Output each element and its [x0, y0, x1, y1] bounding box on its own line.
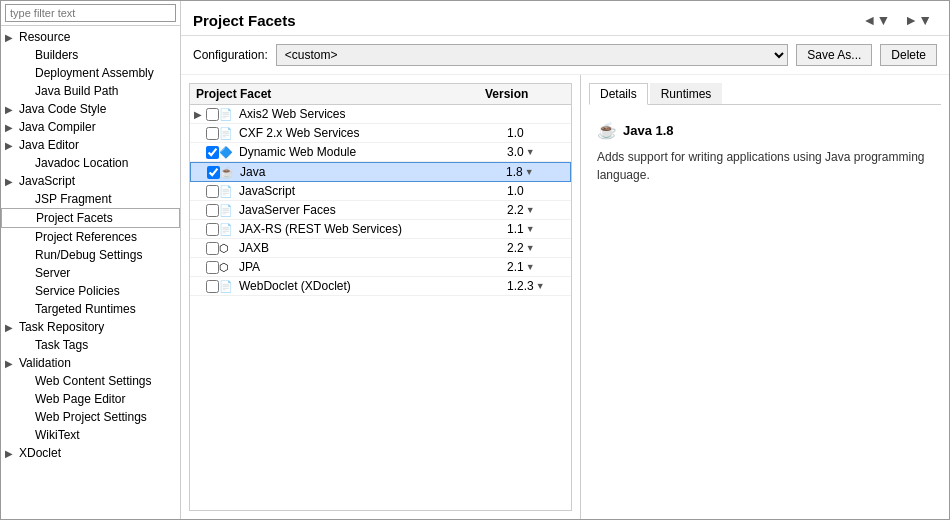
- filter-box: [1, 1, 180, 26]
- sidebar-item-task-repository[interactable]: ▶Task Repository: [1, 318, 180, 336]
- table-row[interactable]: ⬡JAXB2.2▼: [190, 239, 571, 258]
- facet-checkbox[interactable]: [206, 146, 219, 159]
- details-description: Adds support for writing applications us…: [597, 148, 933, 184]
- facet-name-label: JavaServer Faces: [239, 203, 507, 217]
- table-row[interactable]: ☕Java1.8▼: [190, 162, 571, 182]
- sidebar-item-java-build-path[interactable]: Java Build Path: [1, 82, 180, 100]
- facet-type-icon: 🔷: [219, 146, 235, 159]
- sidebar-item-label: Resource: [19, 30, 70, 44]
- facet-version[interactable]: 1.8▼: [506, 165, 566, 179]
- sidebar-item-java-compiler[interactable]: ▶Java Compiler: [1, 118, 180, 136]
- sidebar-item-project-references[interactable]: Project References: [1, 228, 180, 246]
- sidebar-item-wikitext[interactable]: WikiText: [1, 426, 180, 444]
- facet-version[interactable]: 2.2▼: [507, 241, 567, 255]
- sidebar-item-label: Server: [35, 266, 70, 280]
- facet-name-label: Axis2 Web Services: [239, 107, 507, 121]
- sidebar-item-builders[interactable]: Builders: [1, 46, 180, 64]
- sidebar-item-run/debug-settings[interactable]: Run/Debug Settings: [1, 246, 180, 264]
- expand-arrow-icon: ▶: [5, 176, 15, 187]
- sidebar-item-java-code-style[interactable]: ▶Java Code Style: [1, 100, 180, 118]
- facet-checkbox[interactable]: [206, 223, 219, 236]
- facet-version[interactable]: 1.2.3▼: [507, 279, 567, 293]
- expand-arrow-icon: ▶: [5, 104, 15, 115]
- sidebar-item-targeted-runtimes[interactable]: Targeted Runtimes: [1, 300, 180, 318]
- table-row[interactable]: 🔷Dynamic Web Module3.0▼: [190, 143, 571, 162]
- facet-type-icon: 📄: [219, 108, 235, 121]
- sidebar-item-service-policies[interactable]: Service Policies: [1, 282, 180, 300]
- main-content: Project Facets ◄▼ ►▼ Configuration: <cus…: [181, 1, 949, 519]
- expand-arrow-icon: ▶: [5, 322, 15, 333]
- facet-checkbox[interactable]: [206, 261, 219, 274]
- sidebar-item-label: WikiText: [35, 428, 80, 442]
- sidebar-item-label: Java Code Style: [19, 102, 106, 116]
- version-dropdown-arrow-icon[interactable]: ▼: [526, 147, 535, 157]
- facet-checkbox[interactable]: [206, 185, 219, 198]
- version-dropdown-arrow-icon[interactable]: ▼: [526, 262, 535, 272]
- expand-arrow-icon: ▶: [5, 358, 15, 369]
- facet-type-icon: 📄: [219, 185, 235, 198]
- facet-name-label: Java: [240, 165, 506, 179]
- facets-rows: ▶📄Axis2 Web Services📄CXF 2.x Web Service…: [190, 105, 571, 296]
- sidebar-item-label: JavaScript: [19, 174, 75, 188]
- version-dropdown-arrow-icon[interactable]: ▼: [525, 167, 534, 177]
- nav-forward-button[interactable]: ►▼: [899, 9, 937, 31]
- version-dropdown-arrow-icon[interactable]: ▼: [526, 205, 535, 215]
- details-panel: Details Runtimes ☕ Java 1.8 Adds support…: [581, 75, 949, 519]
- sidebar-item-xdoclet[interactable]: ▶XDoclet: [1, 444, 180, 462]
- facet-type-icon: ⬡: [219, 242, 235, 255]
- facet-checkbox[interactable]: [206, 280, 219, 293]
- config-select[interactable]: <custom>: [276, 44, 789, 66]
- nav-back-button[interactable]: ◄▼: [858, 9, 896, 31]
- expand-arrow-icon: ▶: [5, 448, 15, 459]
- sidebar-item-server[interactable]: Server: [1, 264, 180, 282]
- sidebar-item-web-page-editor[interactable]: Web Page Editor: [1, 390, 180, 408]
- delete-button[interactable]: Delete: [880, 44, 937, 66]
- tab-runtimes[interactable]: Runtimes: [650, 83, 723, 104]
- sidebar-item-label: Task Repository: [19, 320, 104, 334]
- version-dropdown-arrow-icon[interactable]: ▼: [526, 243, 535, 253]
- facet-checkbox[interactable]: [206, 108, 219, 121]
- facet-checkbox[interactable]: [206, 127, 219, 140]
- expand-arrow-icon: ▶: [5, 122, 15, 133]
- sidebar-item-deployment-assembly[interactable]: Deployment Assembly: [1, 64, 180, 82]
- sidebar-item-web-project-settings[interactable]: Web Project Settings: [1, 408, 180, 426]
- facet-name-label: JAX-RS (REST Web Services): [239, 222, 507, 236]
- table-row[interactable]: 📄CXF 2.x Web Services1.0: [190, 124, 571, 143]
- sidebar-item-javadoc-location[interactable]: Javadoc Location: [1, 154, 180, 172]
- version-value: 1.0: [507, 126, 524, 140]
- facet-version[interactable]: 1.1▼: [507, 222, 567, 236]
- sidebar-item-web-content-settings[interactable]: Web Content Settings: [1, 372, 180, 390]
- sidebar-item-label: Web Page Editor: [35, 392, 126, 406]
- table-row[interactable]: 📄JavaScript1.0: [190, 182, 571, 201]
- table-row[interactable]: ⬡JPA2.1▼: [190, 258, 571, 277]
- filter-input[interactable]: [5, 4, 176, 22]
- table-row[interactable]: 📄JavaServer Faces2.2▼: [190, 201, 571, 220]
- sidebar-item-javascript[interactable]: ▶JavaScript: [1, 172, 180, 190]
- facet-checkbox[interactable]: [207, 166, 220, 179]
- config-label: Configuration:: [193, 48, 268, 62]
- table-row[interactable]: ▶📄Axis2 Web Services: [190, 105, 571, 124]
- sidebar-item-task-tags[interactable]: Task Tags: [1, 336, 180, 354]
- tab-details[interactable]: Details: [589, 83, 648, 105]
- details-java-icon: ☕: [597, 121, 617, 140]
- facet-version[interactable]: 2.2▼: [507, 203, 567, 217]
- table-row[interactable]: 📄JAX-RS (REST Web Services)1.1▼: [190, 220, 571, 239]
- facet-version[interactable]: 3.0▼: [507, 145, 567, 159]
- expand-arrow-icon: ▶: [5, 32, 15, 43]
- version-dropdown-arrow-icon[interactable]: ▼: [536, 281, 545, 291]
- table-row[interactable]: 📄WebDoclet (XDoclet)1.2.3▼: [190, 277, 571, 296]
- facet-checkbox[interactable]: [206, 204, 219, 217]
- sidebar-item-resource[interactable]: ▶Resource: [1, 28, 180, 46]
- version-dropdown-arrow-icon[interactable]: ▼: [526, 224, 535, 234]
- sidebar-item-java-editor[interactable]: ▶Java Editor: [1, 136, 180, 154]
- facet-checkbox[interactable]: [206, 242, 219, 255]
- sidebar-item-jsp-fragment[interactable]: JSP Fragment: [1, 190, 180, 208]
- save-as-button[interactable]: Save As...: [796, 44, 872, 66]
- facets-area: Project Facet Version ▶📄Axis2 Web Servic…: [181, 75, 949, 519]
- facet-version[interactable]: 2.1▼: [507, 260, 567, 274]
- sidebar-item-project-facets[interactable]: Project Facets: [1, 208, 180, 228]
- version-value: 3.0: [507, 145, 524, 159]
- version-value: 2.2: [507, 203, 524, 217]
- sidebar-item-validation[interactable]: ▶Validation: [1, 354, 180, 372]
- sidebar-item-label: Task Tags: [35, 338, 88, 352]
